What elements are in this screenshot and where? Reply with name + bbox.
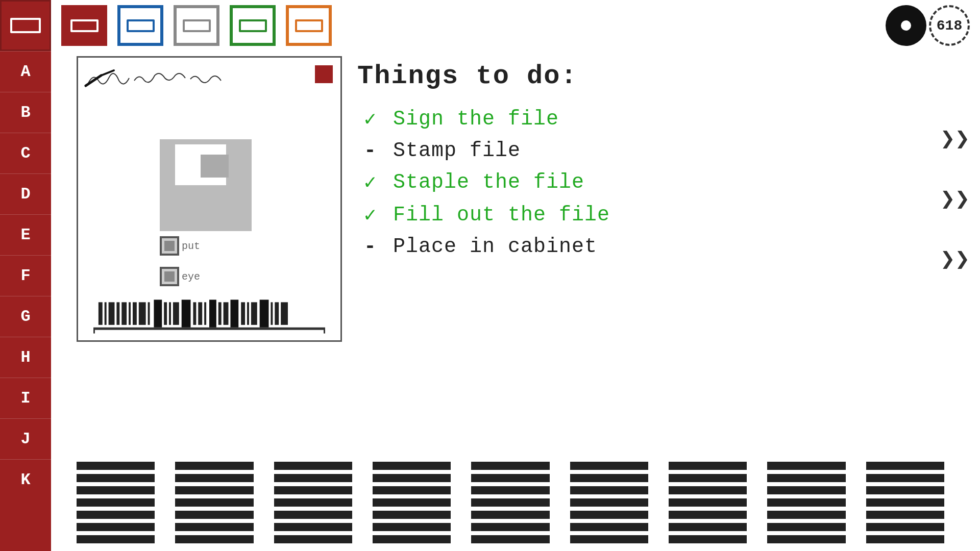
striped-block-7[interactable] xyxy=(669,462,747,543)
score-circle xyxy=(886,5,926,46)
tab-active[interactable] xyxy=(61,5,107,46)
svg-rect-1 xyxy=(99,302,103,324)
svg-rect-30 xyxy=(93,329,95,334)
todo-text-staple: Staple the file xyxy=(393,171,584,194)
sidebar-item-e[interactable]: E xyxy=(0,214,51,255)
sidebar-icon xyxy=(10,18,41,33)
svg-rect-18 xyxy=(209,299,216,327)
score-dot xyxy=(901,20,911,31)
todo-panel: Things to do: ✓ Sign the file - Stamp fi… xyxy=(357,61,715,266)
svg-rect-5 xyxy=(121,302,127,324)
svg-rect-19 xyxy=(218,302,222,324)
gray-small-block xyxy=(201,155,229,178)
svg-rect-10 xyxy=(154,299,162,327)
signature-area xyxy=(83,63,287,93)
svg-rect-25 xyxy=(260,299,269,327)
stripe xyxy=(77,462,155,470)
striped-block-3[interactable] xyxy=(274,462,352,543)
svg-rect-22 xyxy=(241,302,245,324)
svg-rect-13 xyxy=(173,302,179,324)
striped-block-2[interactable] xyxy=(175,462,253,543)
svg-rect-2 xyxy=(105,302,107,324)
striped-block-4[interactable] xyxy=(373,462,451,543)
svg-rect-28 xyxy=(281,302,288,324)
todo-text-sign: Sign the file xyxy=(393,108,559,131)
dash-cabinet: - xyxy=(357,235,383,258)
checkbox-put[interactable]: put xyxy=(160,236,200,256)
todo-text-fill: Fill out the file xyxy=(393,204,610,227)
arrow-btn-3[interactable]: ❯❯ xyxy=(940,248,970,272)
svg-rect-29 xyxy=(93,329,325,330)
striped-block-5[interactable] xyxy=(471,462,549,543)
tab-icon-gray xyxy=(183,19,211,32)
bottom-grid xyxy=(77,459,944,546)
svg-rect-31 xyxy=(324,329,325,334)
striped-block-1[interactable] xyxy=(77,462,155,543)
sidebar-item-i[interactable]: I xyxy=(0,378,51,418)
striped-block-8[interactable] xyxy=(767,462,845,543)
sidebar-item-f[interactable]: F xyxy=(0,255,51,296)
svg-rect-21 xyxy=(230,299,238,327)
todo-item-staple: ✓ Staple the file xyxy=(357,170,715,195)
svg-rect-8 xyxy=(139,302,146,324)
doc-graphic: put eye xyxy=(160,139,282,303)
svg-rect-17 xyxy=(204,302,206,324)
striped-block-6[interactable] xyxy=(570,462,648,543)
score-display: 618 xyxy=(929,5,970,46)
tab-green[interactable] xyxy=(230,5,276,46)
checkbox-box-put[interactable] xyxy=(160,236,179,256)
svg-rect-24 xyxy=(251,302,257,324)
checkmark-staple: ✓ xyxy=(357,170,383,195)
barcode-area xyxy=(93,299,325,335)
svg-rect-3 xyxy=(109,302,115,324)
svg-rect-26 xyxy=(271,302,273,324)
tab-gray[interactable] xyxy=(174,5,219,46)
svg-rect-11 xyxy=(164,302,167,324)
arrow-btn-1[interactable]: ❯❯ xyxy=(940,128,970,152)
tab-blue[interactable] xyxy=(117,5,163,46)
tab-orange[interactable] xyxy=(286,5,332,46)
tab-icon-green xyxy=(239,19,267,32)
sidebar-item-a[interactable]: A xyxy=(0,51,51,92)
sidebar-item-c[interactable]: C xyxy=(0,133,51,173)
sidebar-item-b[interactable]: B xyxy=(0,92,51,133)
red-square-stamp xyxy=(315,65,333,83)
arrow-btn-2[interactable]: ❯❯ xyxy=(940,188,970,212)
svg-rect-14 xyxy=(182,299,191,327)
svg-rect-16 xyxy=(198,302,202,324)
tab-icon-blue xyxy=(127,19,155,32)
score-area: 618 xyxy=(886,5,970,46)
sidebar-item-h[interactable]: H xyxy=(0,337,51,378)
checkbox-eye[interactable]: eye xyxy=(160,267,200,286)
checkbox-label-eye: eye xyxy=(182,271,200,283)
document[interactable]: put eye xyxy=(77,56,342,342)
sidebar: A B C D E F G H I J K xyxy=(0,0,51,551)
checkbox-box-eye[interactable] xyxy=(160,267,179,286)
tab-icon-active xyxy=(70,19,99,32)
svg-rect-4 xyxy=(116,302,119,324)
checkbox-inner-put xyxy=(164,241,175,251)
todo-text-cabinet: Place in cabinet xyxy=(393,235,597,258)
svg-rect-20 xyxy=(224,302,229,324)
checkbox-label-put: put xyxy=(182,240,200,252)
todo-item-stamp: - Stamp file xyxy=(357,139,715,162)
sidebar-item-j[interactable]: J xyxy=(0,418,51,459)
sidebar-item-k[interactable]: K xyxy=(0,459,51,500)
svg-rect-12 xyxy=(169,302,171,324)
main-area: put eye xyxy=(51,51,980,551)
sidebar-top-button[interactable] xyxy=(0,0,51,51)
striped-block-9[interactable] xyxy=(866,462,944,543)
todo-title: Things to do: xyxy=(357,61,715,91)
todo-item-cabinet: - Place in cabinet xyxy=(357,235,715,258)
right-arrows-panel: ❯❯ ❯❯ ❯❯ xyxy=(940,128,970,272)
tab-icon-orange xyxy=(295,19,323,32)
sidebar-item-g[interactable]: G xyxy=(0,296,51,337)
gray-block xyxy=(160,139,252,231)
dash-stamp: - xyxy=(357,139,383,162)
toolbar: 618 xyxy=(51,0,980,51)
todo-item-sign: ✓ Sign the file xyxy=(357,107,715,132)
svg-rect-27 xyxy=(275,302,279,324)
checkmark-sign: ✓ xyxy=(357,107,383,132)
sidebar-item-d[interactable]: D xyxy=(0,173,51,214)
checkbox-inner-eye xyxy=(164,271,175,282)
